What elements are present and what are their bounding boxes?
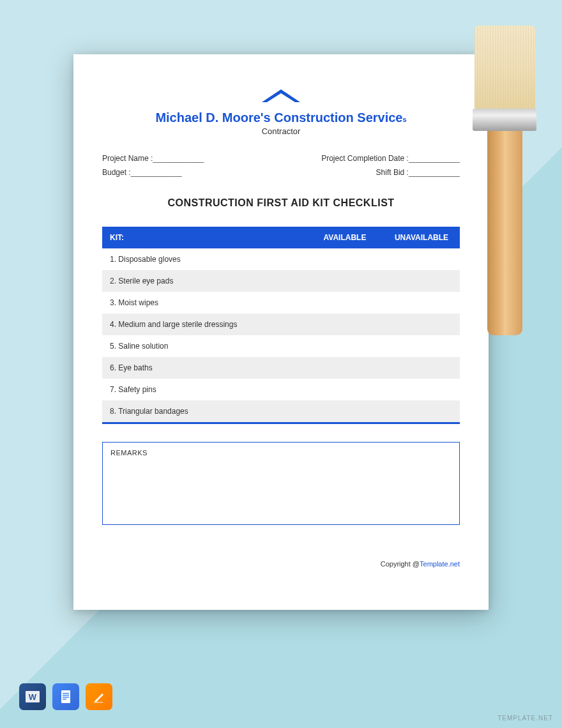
pages-icon[interactable] bbox=[86, 683, 112, 710]
col-available-header: AVAILABLE bbox=[307, 227, 383, 248]
company-name-text: Michael D. Moore's Construction Service bbox=[155, 110, 402, 125]
table-header-row: KIT: AVAILABLE UNAVAILABLE bbox=[102, 227, 460, 248]
unavailable-cell[interactable] bbox=[383, 248, 460, 270]
available-cell[interactable] bbox=[307, 270, 383, 292]
svg-rect-4 bbox=[63, 695, 69, 696]
copyright-prefix: Copyright @ bbox=[381, 560, 420, 568]
company-name-suffix: s bbox=[402, 116, 406, 123]
word-icon[interactable]: W bbox=[19, 683, 46, 710]
table-row: 5. Saline solution bbox=[102, 335, 460, 357]
unavailable-cell[interactable] bbox=[383, 270, 460, 292]
unavailable-cell[interactable] bbox=[383, 379, 460, 400]
table-row: 8. Triangular bandages bbox=[102, 400, 460, 422]
budget-label: Budget : bbox=[102, 168, 131, 177]
brush-bristles bbox=[475, 26, 535, 109]
unavailable-cell[interactable] bbox=[383, 357, 460, 379]
copyright-link[interactable]: Template.net bbox=[420, 560, 460, 568]
table-row: 2. Sterile eye pads bbox=[102, 270, 460, 292]
budget-blank[interactable]: ____________ bbox=[131, 168, 182, 177]
remarks-box[interactable]: REMARKS bbox=[102, 442, 460, 525]
col-kit-header: KIT: bbox=[102, 227, 307, 248]
table-divider bbox=[102, 422, 460, 424]
kit-cell: 4. Medium and large sterile dressings bbox=[102, 314, 307, 335]
svg-text:W: W bbox=[29, 692, 37, 702]
paintbrush-decoration bbox=[466, 26, 543, 345]
watermark: TEMPLATE.NET bbox=[497, 715, 553, 722]
available-cell[interactable] bbox=[307, 248, 383, 270]
table-row: 7. Safety pins bbox=[102, 379, 460, 400]
shift-bid-blank[interactable]: ____________ bbox=[409, 168, 460, 177]
roof-logo-icon bbox=[102, 86, 460, 108]
available-cell[interactable] bbox=[307, 314, 383, 335]
available-cell[interactable] bbox=[307, 292, 383, 314]
company-name: Michael D. Moore's Construction Services bbox=[102, 110, 460, 125]
table-row: 4. Medium and large sterile dressings bbox=[102, 314, 460, 335]
kit-cell: 6. Eye baths bbox=[102, 357, 307, 379]
kit-cell: 1. Disposable gloves bbox=[102, 248, 307, 270]
copyright-footer: Copyright @Template.net bbox=[102, 560, 460, 568]
project-name-blank[interactable]: ____________ bbox=[153, 154, 204, 163]
kit-cell: 5. Saline solution bbox=[102, 335, 307, 357]
unavailable-cell[interactable] bbox=[383, 335, 460, 357]
kit-cell: 7. Safety pins bbox=[102, 379, 307, 400]
available-cell[interactable] bbox=[307, 357, 383, 379]
table-row: 1. Disposable gloves bbox=[102, 248, 460, 270]
form-row-2: Budget : ____________ Shift Bid : ______… bbox=[102, 168, 460, 177]
unavailable-cell[interactable] bbox=[383, 400, 460, 422]
kit-cell: 8. Triangular bandages bbox=[102, 400, 307, 422]
budget-field: Budget : ____________ bbox=[102, 168, 182, 177]
completion-date-blank[interactable]: ____________ bbox=[409, 154, 460, 163]
document-title: CONSTRUCTION FIRST AID KIT CHECKLIST bbox=[102, 197, 460, 209]
remarks-label: REMARKS bbox=[110, 449, 452, 457]
svg-rect-3 bbox=[63, 693, 69, 694]
brush-handle bbox=[487, 131, 522, 335]
table-row: 3. Moist wipes bbox=[102, 292, 460, 314]
unavailable-cell[interactable] bbox=[383, 292, 460, 314]
kit-cell: 2. Sterile eye pads bbox=[102, 270, 307, 292]
form-row-1: Project Name : ____________ Project Comp… bbox=[102, 154, 460, 163]
svg-rect-7 bbox=[94, 702, 103, 703]
project-name-field: Project Name : ____________ bbox=[102, 154, 204, 163]
app-icons-row: W bbox=[19, 683, 112, 710]
svg-rect-6 bbox=[63, 699, 66, 700]
available-cell[interactable] bbox=[307, 335, 383, 357]
unavailable-cell[interactable] bbox=[383, 314, 460, 335]
table-row: 6. Eye baths bbox=[102, 357, 460, 379]
available-cell[interactable] bbox=[307, 379, 383, 400]
checklist-table: KIT: AVAILABLE UNAVAILABLE 1. Disposable… bbox=[102, 227, 460, 422]
company-subtitle: Contractor bbox=[102, 126, 460, 136]
available-cell[interactable] bbox=[307, 400, 383, 422]
completion-date-label: Project Completion Date : bbox=[321, 154, 409, 163]
shift-bid-field: Shift Bid : ____________ bbox=[376, 168, 460, 177]
completion-date-field: Project Completion Date : ____________ bbox=[321, 154, 460, 163]
document-page: Michael D. Moore's Construction Services… bbox=[73, 54, 489, 610]
project-name-label: Project Name : bbox=[102, 154, 153, 163]
google-docs-icon[interactable] bbox=[52, 683, 79, 710]
col-unavailable-header: UNAVAILABLE bbox=[383, 227, 460, 248]
shift-bid-label: Shift Bid : bbox=[376, 168, 409, 177]
brush-ferrule bbox=[473, 109, 536, 131]
svg-rect-5 bbox=[63, 697, 69, 698]
kit-cell: 3. Moist wipes bbox=[102, 292, 307, 314]
